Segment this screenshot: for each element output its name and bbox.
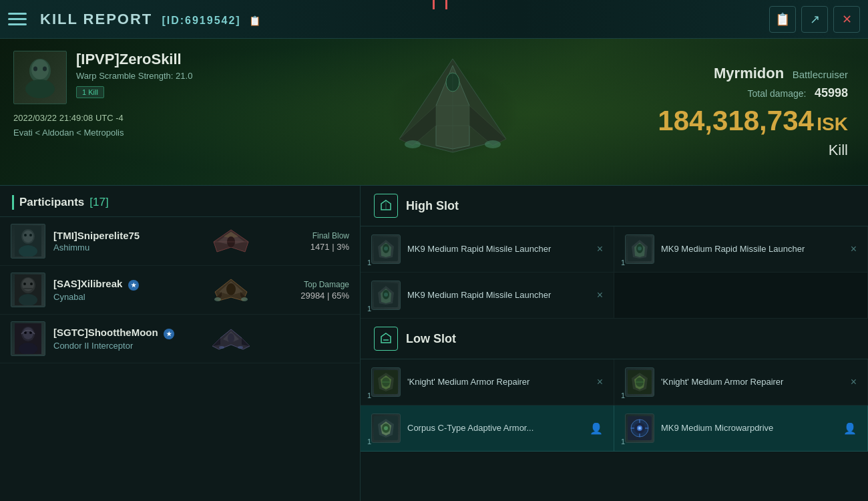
clipboard-button[interactable]: 📋 — [769, 6, 796, 33]
svg-point-4 — [43, 67, 47, 71]
slot-quantity: 1 — [621, 391, 625, 399]
slot-close-button[interactable]: × — [851, 243, 857, 255]
slot-quantity: 1 — [621, 438, 625, 446]
participants-header: Participants [17] — [0, 186, 360, 217]
participant-avatar — [11, 273, 45, 307]
svg-point-32 — [30, 283, 33, 285]
ship-thumbnail — [208, 277, 254, 303]
kill-result: Kill — [658, 142, 848, 159]
svg-point-69 — [384, 293, 388, 297]
slot-item[interactable]: 'Knight' Medium Armor Repairer × 1 — [361, 359, 614, 405]
participant-item[interactable]: [SAS]Xilibreak ★ Cynabal Top Damage — [0, 266, 360, 315]
ship-thumbnail — [208, 325, 254, 352]
ship-image — [359, 45, 546, 179]
participant-avatar — [11, 224, 45, 259]
svg-point-20 — [24, 234, 27, 236]
player-name: [IPVP]ZeroSkill — [76, 51, 192, 68]
slot-close-button[interactable]: × — [597, 243, 603, 255]
participant-right: Top Damage 29984 | 65% — [262, 280, 349, 301]
slot-item-image — [625, 367, 654, 397]
participant-ship: Ashimmu — [53, 242, 200, 253]
hero-left: [IPVP]ZeroSkill Warp Scramble Strength: … — [0, 39, 267, 185]
svg-rect-33 — [23, 288, 33, 289]
slot-item[interactable]: 'Knight' Medium Armor Repairer × 1 — [614, 359, 868, 405]
svg-point-1 — [25, 79, 55, 98]
slot-item-image — [625, 234, 654, 264]
share-button[interactable]: ↗ — [801, 6, 828, 33]
participant-item[interactable]: [SGTC]ShoottheMoon ★ Condor II Intercept… — [0, 315, 360, 363]
participant-right: Final Blow 1471 | 3% — [262, 231, 349, 252]
slot-item-name: 'Knight' Medium Armor Repairer — [661, 377, 844, 388]
slot-close-button[interactable]: × — [597, 289, 603, 301]
high-slot-icon — [374, 194, 398, 218]
participant-percent: 3% — [337, 242, 349, 252]
slot-item-name: Corpus C-Type Adaptive Armor... — [407, 423, 583, 434]
avatar — [13, 51, 67, 104]
slot-close-button[interactable]: × — [597, 376, 603, 388]
participant-ship: Cynabal — [53, 292, 200, 302]
low-slot-title: Low Slot — [406, 332, 456, 346]
slot-item-name: MK9 Medium Rapid Missile Launcher — [407, 290, 590, 301]
participant-ship: Condor II Interceptor — [53, 341, 200, 351]
star-badge: ★ — [128, 280, 139, 291]
kill-count-badge: 1 Kill — [76, 86, 104, 98]
slot-item-name: 'Knight' Medium Armor Repairer — [407, 377, 590, 388]
svg-point-79 — [384, 426, 388, 430]
star-badge: ★ — [164, 329, 174, 339]
slot-item-name: MK9 Medium Microwarpdrive — [661, 423, 837, 434]
low-slot-icon — [374, 327, 398, 351]
header-actions: 📋 ↗ ✕ — [769, 6, 860, 33]
participant-name: [SGTC]ShoottheMoon ★ — [53, 327, 200, 339]
svg-point-38 — [226, 283, 236, 295]
close-button[interactable]: ✕ — [833, 6, 860, 33]
isk-label: ISK — [817, 114, 848, 134]
slot-item-image — [371, 367, 401, 397]
title-text: KILL REPORT — [40, 11, 152, 27]
slot-item[interactable]: MK9 Medium Microwarpdrive 👤 1 — [614, 405, 868, 452]
slot-item-image — [625, 413, 654, 443]
slot-item[interactable]: MK9 Medium Rapid Missile Launcher × 1 — [361, 226, 614, 273]
high-slot-title: High Slot — [406, 199, 459, 213]
hero-meta: 2022/03/22 21:49:08 UTC -4 Evati < Aldod… — [13, 111, 254, 140]
slot-quantity: 1 — [367, 391, 371, 399]
participant-name: [TMI]Sniperelite75 — [53, 230, 200, 241]
svg-point-52 — [219, 346, 224, 349]
high-slot-header: High Slot — [361, 186, 868, 226]
ship-name: Myrmidon — [714, 65, 784, 81]
menu-button[interactable] — [8, 7, 32, 31]
slot-item-image — [371, 413, 401, 443]
isk-value: 184,318,734 — [658, 105, 814, 136]
person-icon: 👤 — [843, 422, 857, 435]
participants-count: [17] — [89, 196, 108, 209]
participant-item[interactable]: [TMI]Sniperelite75 Ashimmu Final Blow 14… — [0, 217, 360, 266]
slot-quantity: 1 — [367, 438, 371, 446]
participants-title: Participants — [19, 196, 84, 209]
svg-point-84 — [638, 427, 641, 430]
slot-item[interactable]: MK9 Medium Rapid Missile Launcher × 1 — [614, 226, 868, 273]
slot-quantity: 1 — [621, 259, 625, 267]
svg-point-40 — [241, 297, 248, 301]
slot-close-button[interactable]: × — [851, 376, 857, 388]
copy-icon: 📋 — [249, 15, 262, 26]
hero-section: [IPVP]ZeroSkill Warp Scramble Strength: … — [0, 39, 868, 186]
slot-item[interactable]: MK9 Medium Rapid Missile Launcher × 1 — [361, 273, 614, 319]
slot-item-name: MK9 Medium Rapid Missile Launcher — [661, 244, 844, 255]
header-title: KILL REPORT [ID:6919542] 📋 — [40, 11, 769, 28]
participant-role: Final Blow — [262, 231, 349, 240]
hero-player: [IPVP]ZeroSkill Warp Scramble Strength: … — [13, 51, 254, 104]
slot-item[interactable]: Corpus C-Type Adaptive Armor... 👤 1 — [361, 405, 614, 452]
svg-marker-49 — [212, 338, 220, 346]
participant-avatar — [11, 321, 45, 356]
kill-location: Evati < Aldodan < Metropolis — [13, 126, 254, 140]
center-indicator — [433, 0, 435, 9]
player-subtitle: Warp Scramble Strength: 21.0 — [76, 71, 192, 81]
slot-quantity: 1 — [367, 259, 371, 267]
svg-point-51 — [228, 333, 234, 343]
damage-label: Total damage: — [748, 88, 807, 99]
svg-point-39 — [214, 297, 221, 301]
participant-role: Top Damage — [262, 280, 349, 289]
slots-panel: High Slot MK9 Medium Rapid Missile Launc… — [361, 186, 868, 501]
slot-item-name: MK9 Medium Rapid Missile Launcher — [407, 244, 590, 255]
report-id: [ID:6919542] — [162, 15, 240, 26]
svg-point-11 — [485, 140, 501, 148]
